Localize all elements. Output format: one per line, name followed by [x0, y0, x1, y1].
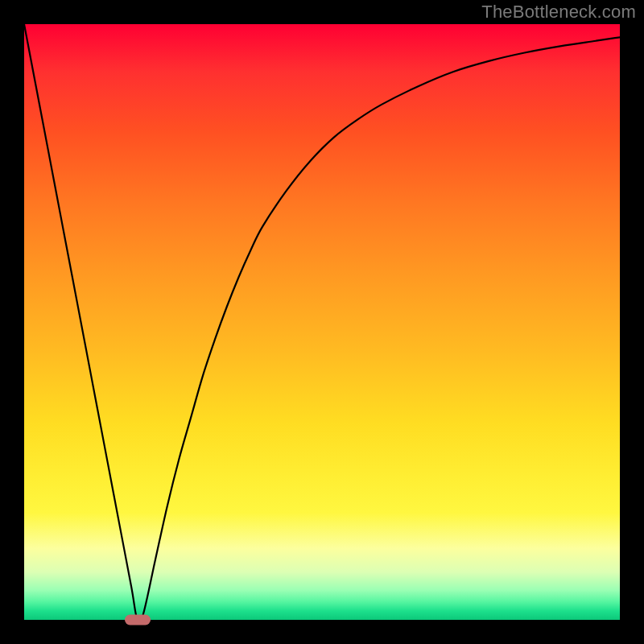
chart-frame: TheBottleneck.com: [0, 0, 644, 644]
watermark-text: TheBottleneck.com: [481, 2, 636, 23]
curve-svg: [24, 24, 620, 620]
data-curve: [24, 24, 620, 620]
plot-area: [24, 24, 620, 620]
minimum-marker: [125, 615, 151, 625]
